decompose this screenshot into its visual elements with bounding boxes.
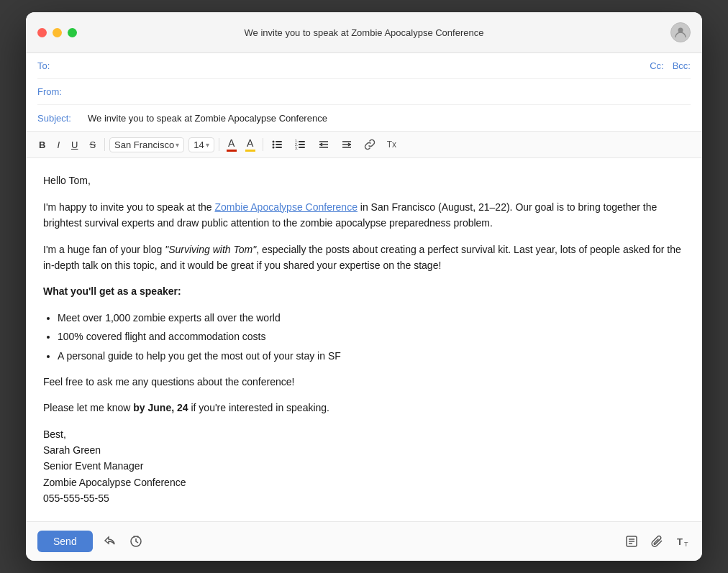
from-input[interactable] — [88, 86, 691, 97]
avatar[interactable] — [670, 22, 691, 42]
indent-left-button[interactable] — [314, 137, 334, 152]
svg-rect-4 — [276, 144, 282, 145]
sign-best: Best, — [43, 426, 685, 442]
from-label: From: — [37, 86, 88, 97]
svg-point-5 — [272, 147, 274, 149]
footer-right-icons: T T — [624, 534, 691, 549]
sign-name: Sarah Green — [43, 442, 685, 458]
signature: Best, Sarah Green Senior Event Manager Z… — [43, 426, 685, 507]
indent-right-button[interactable] — [337, 137, 357, 152]
divider-1 — [104, 138, 105, 151]
clear-format-button[interactable]: Tx — [383, 137, 401, 152]
from-row: From: — [37, 79, 691, 105]
close-button[interactable] — [37, 28, 47, 37]
cc-button[interactable]: Cc: — [650, 60, 664, 71]
maximize-button[interactable] — [68, 28, 77, 37]
highlight-button[interactable]: A — [242, 136, 258, 153]
format-icon[interactable] — [624, 534, 639, 549]
svg-text:3.: 3. — [295, 146, 298, 150]
svg-rect-6 — [276, 147, 282, 148]
greeting: Hello Tom, — [43, 173, 685, 188]
titlebar: We invite you to speak at Zombie Apocaly… — [26, 12, 702, 53]
benefit-3: A personal guide to help you get the mos… — [58, 348, 685, 364]
svg-rect-2 — [276, 141, 282, 142]
footer: Send — [26, 521, 702, 561]
send-button[interactable]: Send — [37, 531, 93, 552]
numbered-list-button[interactable]: 1. 2. 3. — [291, 137, 311, 152]
bold-button[interactable]: B — [35, 137, 50, 152]
conference-link[interactable]: Zombie Apocalypse Conference — [214, 201, 357, 213]
minimize-button[interactable] — [53, 28, 62, 37]
subject-row: Subject: — [37, 105, 691, 131]
benefit-2: 100% covered flight and accommodation co… — [58, 329, 685, 344]
subject-label: Subject: — [37, 113, 88, 124]
bcc-button[interactable]: Bcc: — [673, 60, 691, 71]
para1: I'm happy to invite you to speak at the … — [43, 199, 685, 232]
text-size-icon[interactable]: T T — [676, 534, 691, 549]
schedule-icon[interactable] — [129, 534, 143, 549]
text-color-button[interactable]: A — [224, 136, 240, 153]
window-title: We invite you to speak at Zombie Apocaly… — [245, 27, 484, 38]
underline-button[interactable]: U — [67, 137, 82, 152]
para2: I'm a huge fan of your blog "Surviving w… — [43, 242, 685, 274]
size-selector[interactable]: 14 ▾ — [188, 137, 214, 152]
highlight-indicator — [245, 150, 255, 152]
email-compose-window: We invite you to speak at Zombie Apocaly… — [26, 12, 702, 560]
footer-left-icons — [103, 534, 143, 549]
svg-point-1 — [272, 141, 274, 143]
highlight-label: A — [247, 137, 253, 149]
subject-input[interactable] — [88, 113, 691, 124]
strikethrough-button[interactable]: S — [85, 137, 100, 152]
traffic-lights — [37, 28, 77, 37]
link-button[interactable] — [360, 137, 380, 152]
to-input[interactable] — [88, 60, 650, 71]
benefits-list: Meet over 1,000 zombie experts all over … — [58, 310, 685, 364]
svg-text:T: T — [684, 541, 688, 548]
sign-company: Zombie Apocalypse Conference — [43, 475, 685, 490]
sign-title: Senior Event Manager — [43, 458, 685, 474]
svg-rect-8 — [299, 141, 305, 142]
text-color-indicator — [227, 150, 237, 152]
font-selector[interactable]: San Francisco ▾ — [109, 137, 184, 152]
benefit-1: Meet over 1,000 zombie experts all over … — [58, 310, 685, 326]
sign-phone: 055-555-55-55 — [43, 490, 685, 506]
email-body[interactable]: Hello Tom, I'm happy to invite you to sp… — [26, 158, 702, 521]
divider-2 — [219, 138, 219, 151]
svg-rect-12 — [299, 147, 305, 148]
header-fields: To: Cc: Bcc: From: Subject: — [26, 53, 702, 132]
bullet-list-button[interactable] — [268, 137, 288, 152]
italic-button[interactable]: I — [53, 137, 64, 152]
reply-icon[interactable] — [103, 534, 117, 549]
svg-rect-10 — [299, 144, 305, 145]
to-row: To: Cc: Bcc: — [37, 53, 691, 79]
attach-icon[interactable] — [650, 534, 665, 549]
text-color-label: A — [228, 137, 235, 149]
cc-bcc-buttons: Cc: Bcc: — [650, 60, 691, 71]
to-label: To: — [37, 60, 88, 71]
formatting-toolbar: B I U S San Francisco ▾ 14 ▾ A A — [26, 132, 702, 158]
svg-point-3 — [272, 144, 274, 146]
benefits-heading: What you'll get as a speaker: — [43, 283, 685, 299]
para4: Please let me know by June, 24 if you're… — [43, 400, 685, 416]
para3: Feel free to ask me any questions about … — [43, 374, 685, 390]
svg-text:T: T — [677, 536, 683, 547]
divider-3 — [263, 138, 263, 151]
